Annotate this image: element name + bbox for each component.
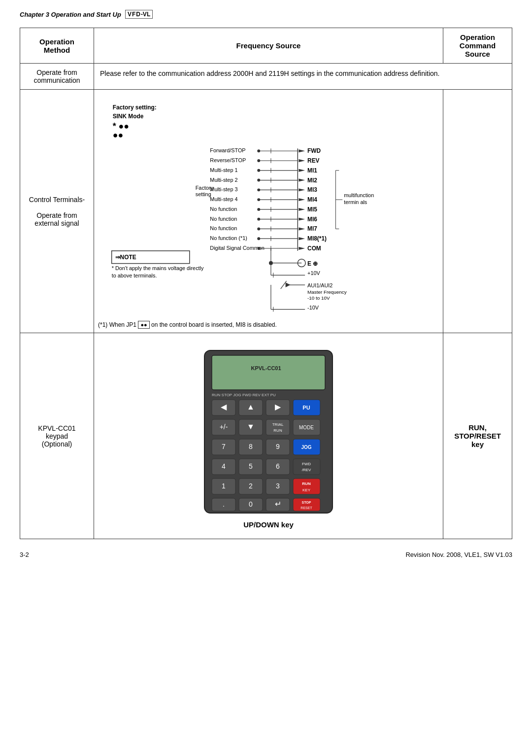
note-line2: to above terminals. bbox=[112, 273, 157, 278]
btn-trial-label1: TRIAL bbox=[272, 422, 284, 427]
updown-key-label: UP/DOWN key bbox=[104, 520, 433, 529]
btn-left-label: ◀ bbox=[221, 403, 227, 411]
header-frequency-label: Frequency Source bbox=[236, 41, 301, 50]
sig-nofunc1: No function bbox=[210, 206, 237, 212]
logo-vl: -VL bbox=[141, 11, 150, 18]
sig-multi1: Multi-step 1 bbox=[210, 167, 237, 173]
terminal-row: Control Terminals-Operate fromexternal s… bbox=[20, 90, 512, 333]
arrow-rev bbox=[299, 159, 305, 162]
sig-digital-com: Digital Signal Common bbox=[210, 245, 264, 251]
multifunction-label1: multifunction bbox=[344, 192, 374, 198]
btn-fwd-rev[interactable] bbox=[293, 459, 320, 475]
term-mi4: MI4 bbox=[307, 196, 317, 203]
dot-mi7 bbox=[257, 227, 260, 230]
dot-mi3 bbox=[257, 188, 260, 191]
dot-fwd bbox=[257, 149, 260, 152]
multifunction-label2: termin als bbox=[344, 199, 367, 205]
revision-info: Revision Nov. 2008, VLE1, SW V1.03 bbox=[405, 551, 512, 558]
btn-run-label2: KEY bbox=[302, 488, 311, 492]
sig-nofunc2: No function bbox=[210, 216, 237, 222]
pot-arrow bbox=[286, 282, 291, 287]
main-table: Operation Method Frequency Source Operat… bbox=[20, 28, 512, 539]
led-labels: RUN STOP JOG FWD REV EXT PU bbox=[212, 393, 276, 397]
keypad-image-cell: KPVL-CC01 RUN STOP JOG FWD REV EXT PU ◀ … bbox=[94, 333, 443, 539]
term-mi1: MI1 bbox=[307, 167, 317, 174]
keypad-svg: KPVL-CC01 RUN STOP JOG FWD REV EXT PU ◀ … bbox=[200, 348, 337, 515]
btn-trial[interactable] bbox=[266, 419, 290, 435]
logo-vfd: VFD bbox=[128, 11, 141, 18]
term-mi5: MI5 bbox=[307, 206, 317, 213]
btn-right-label: ▶ bbox=[275, 403, 281, 411]
btn-stop-label: STOP bbox=[302, 501, 311, 504]
btn-run-label: RUN bbox=[302, 481, 311, 486]
terminal-cmd-cell bbox=[443, 90, 512, 333]
btn-4-label: 4 bbox=[222, 462, 226, 470]
comm-freq-cell: Please refer to the communication addres… bbox=[94, 64, 512, 90]
term-earth1: E ⊕ bbox=[307, 260, 318, 267]
btn-7-label: 7 bbox=[222, 443, 226, 450]
sig-nofunc4: No function (*1) bbox=[210, 235, 247, 241]
term-mi7: MI7 bbox=[307, 225, 317, 232]
keypad-screen bbox=[212, 355, 325, 390]
dot-rev bbox=[257, 159, 260, 162]
btn-jog-label: JOG bbox=[301, 445, 311, 450]
arrow-com bbox=[299, 247, 305, 250]
sig-multi4: Multi-step 4 bbox=[210, 196, 237, 202]
chapter-label: Chapter 3 Operation and Start Up bbox=[20, 11, 121, 18]
terminal-diagram-svg: Factory setting: SINK Mode * ●● ●● Facto… bbox=[98, 94, 439, 315]
header-command-label: OperationCommand Source bbox=[460, 33, 496, 58]
aui-label: AUI1/AUI2 bbox=[307, 282, 332, 288]
keypad-svg-container: KPVL-CC01 RUN STOP JOG FWD REV EXT PU ◀ … bbox=[104, 348, 433, 515]
keypad-method-cell: KPVL-CC01keypad(Optional) bbox=[20, 333, 94, 539]
dot-mi2 bbox=[257, 179, 260, 182]
comm-description: Please refer to the communication addres… bbox=[100, 69, 440, 77]
btn-6-label: 6 bbox=[276, 462, 280, 470]
btn-fwd-label: FWD bbox=[302, 462, 311, 466]
sig-nofunc3: No function bbox=[210, 225, 237, 231]
logo: VFD-VL bbox=[125, 10, 153, 19]
sig-rev-stop: Reverse/STOP bbox=[210, 157, 246, 163]
btn-up-label: ▲ bbox=[247, 403, 255, 411]
header-command: OperationCommand Source bbox=[443, 28, 512, 64]
term-rev: REV bbox=[307, 157, 319, 164]
dots-text: ●● bbox=[113, 130, 123, 140]
term-mi8: MI8(*1) bbox=[307, 235, 327, 242]
factory-label-wire2: setting bbox=[196, 191, 211, 197]
arrow-mi7 bbox=[299, 227, 305, 230]
sink-mode-text: SINK Mode bbox=[113, 113, 144, 120]
arrow-mi3 bbox=[299, 188, 305, 191]
header-frequency: Frequency Source bbox=[94, 28, 443, 64]
terminal-method-cell: Control Terminals-Operate fromexternal s… bbox=[20, 90, 94, 333]
keypad-cmd-cell: RUN,STOP/RESETkey bbox=[443, 333, 512, 539]
term-mi2: MI2 bbox=[307, 177, 317, 184]
btn-5-label: 5 bbox=[249, 462, 253, 470]
btn-enter-label: ↵ bbox=[275, 500, 281, 508]
header-method: Operation Method bbox=[20, 28, 94, 64]
sig-fwd-stop: Forward/STOP bbox=[210, 147, 245, 153]
btn-0-label: 0 bbox=[249, 500, 253, 508]
term-com: COM bbox=[307, 245, 321, 252]
factory-setting-text: Factory setting: bbox=[113, 104, 157, 111]
table-header-row: Operation Method Frequency Source Operat… bbox=[20, 28, 512, 64]
keypad-row: KPVL-CC01keypad(Optional) KPVL-CC01 RUN … bbox=[20, 333, 512, 539]
arrow-mi8 bbox=[299, 237, 305, 240]
sig-multi2: Multi-step 2 bbox=[210, 177, 237, 183]
master-freq-label: Master Frequency bbox=[307, 289, 347, 295]
comm-row: Operate fromcommunication Please refer t… bbox=[20, 64, 512, 90]
comm-method-label: Operate fromcommunication bbox=[33, 69, 80, 84]
arrow-fwd bbox=[299, 149, 305, 152]
arrow-mi1 bbox=[299, 169, 305, 172]
btn-reset-label: RESET bbox=[300, 506, 312, 510]
btn-8-label: 8 bbox=[249, 443, 253, 450]
term-mi3: MI3 bbox=[307, 186, 317, 193]
note-label: ⇒NOTE bbox=[115, 254, 136, 261]
terminal-method-label: Control Terminals-Operate fromexternal s… bbox=[29, 196, 85, 227]
btn-2-label: 2 bbox=[249, 482, 253, 490]
btn-3-label: 3 bbox=[276, 482, 280, 490]
page-footer: 3-2 Revision Nov. 2008, VLE1, SW V1.03 bbox=[20, 551, 512, 558]
keypad-method-label: KPVL-CC01keypad(Optional) bbox=[38, 424, 75, 448]
arrow-mi2 bbox=[299, 179, 305, 182]
screen-model-text: KPVL-CC01 bbox=[251, 365, 281, 371]
sig-multi3: Multi-step 3 bbox=[210, 186, 237, 192]
btn-9-label: 9 bbox=[276, 443, 280, 450]
